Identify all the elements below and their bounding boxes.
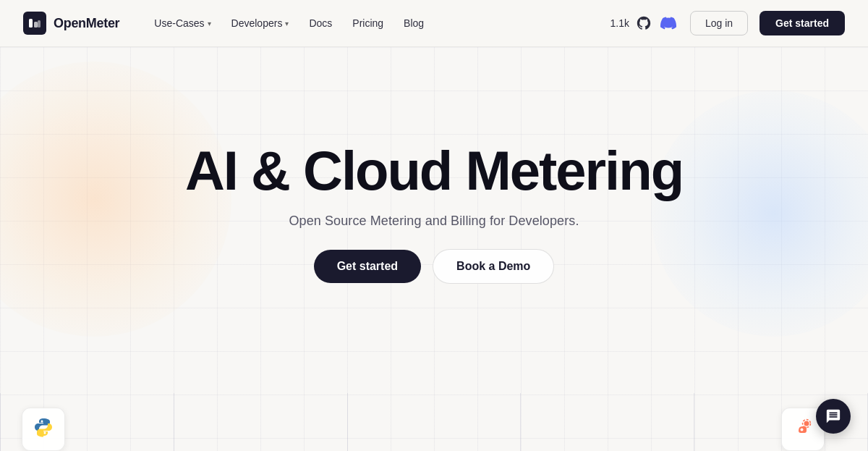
login-button[interactable]: Log in — [690, 11, 748, 35]
hubspot-icon — [792, 416, 814, 442]
hero-get-started-button[interactable]: Get started — [314, 250, 421, 283]
background-blob-right — [651, 90, 868, 337]
discord-icon[interactable] — [658, 13, 678, 33]
svg-rect-1 — [34, 22, 38, 28]
hero-title: AI & Cloud Metering — [185, 142, 683, 200]
github-icon — [634, 13, 654, 33]
github-stars[interactable]: 1.1k — [610, 13, 678, 33]
svg-rect-0 — [29, 19, 33, 28]
integrations-row — [0, 408, 868, 451]
hero-subtitle: Open Source Metering and Billing for Dev… — [289, 214, 579, 229]
github-stars-count: 1.1k — [610, 17, 629, 29]
hero-section: AI & Cloud Metering Open Source Metering… — [0, 47, 868, 451]
use-cases-chevron-icon: ▾ — [208, 20, 211, 28]
logo-area[interactable]: OpenMeter — [23, 12, 119, 35]
nav-pricing[interactable]: Pricing — [344, 13, 392, 33]
svg-rect-2 — [38, 20, 41, 28]
nav-docs[interactable]: Docs — [300, 13, 341, 33]
chat-button[interactable] — [816, 399, 851, 434]
navbar-left: OpenMeter Use-Cases ▾ Developers ▾ Docs … — [23, 12, 433, 35]
nav-links: Use-Cases ▾ Developers ▾ Docs Pricing Bl… — [145, 13, 433, 33]
navbar: OpenMeter Use-Cases ▾ Developers ▾ Docs … — [0, 0, 868, 47]
hero-buttons: Get started Book a Demo — [314, 249, 555, 284]
nav-blog[interactable]: Blog — [395, 13, 433, 33]
navbar-right: 1.1k Log in Get started — [610, 11, 845, 35]
developers-chevron-icon: ▾ — [285, 20, 289, 28]
hero-content: AI & Cloud Metering Open Source Metering… — [185, 142, 683, 284]
python-icon — [32, 416, 55, 444]
nav-developers[interactable]: Developers ▾ — [223, 13, 298, 33]
hero-book-demo-button[interactable]: Book a Demo — [433, 249, 554, 284]
logo-text: OpenMeter — [54, 16, 119, 31]
python-integration-card — [22, 408, 65, 451]
svg-point-5 — [801, 429, 804, 431]
get-started-nav-button[interactable]: Get started — [760, 11, 845, 35]
nav-use-cases[interactable]: Use-Cases ▾ — [145, 13, 219, 33]
svg-point-3 — [804, 421, 809, 426]
logo-icon — [23, 12, 46, 35]
